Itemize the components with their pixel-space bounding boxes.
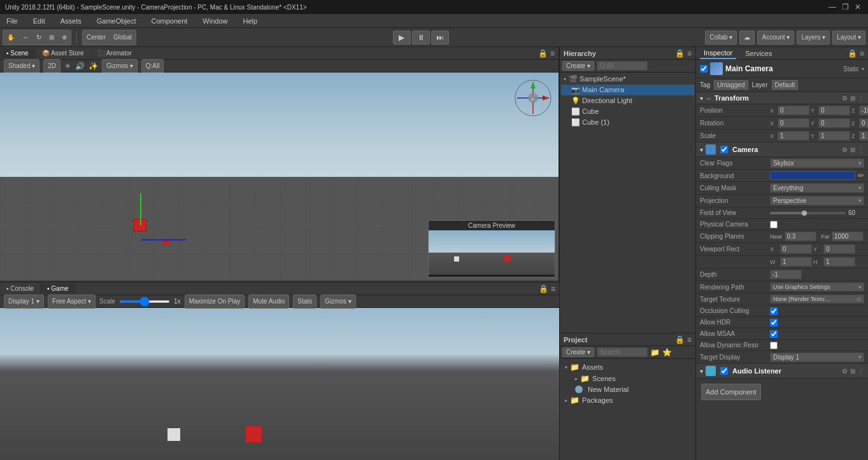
tag-dropdown[interactable]: Untagged bbox=[714, 80, 748, 90]
position-y[interactable] bbox=[818, 106, 850, 115]
hierarchy-lock[interactable]: 🔒 bbox=[675, 49, 685, 58]
camera-section-header[interactable]: ▾ Camera ⚙ ⊞ ⋮ bbox=[696, 143, 868, 157]
audio-icon[interactable]: 🔊 bbox=[75, 62, 85, 71]
stats-button[interactable]: Stats bbox=[293, 295, 317, 309]
inspector-menu[interactable]: ≡ bbox=[860, 49, 864, 58]
tab-game[interactable]: ▪ Game bbox=[41, 284, 76, 293]
add-component-button[interactable]: Add Component bbox=[701, 384, 761, 400]
target-texture-dropdown[interactable]: None (Render Textu… ⊙ bbox=[770, 295, 864, 303]
play-button[interactable]: ▶ bbox=[393, 31, 411, 45]
search-all[interactable]: Q:All bbox=[141, 59, 164, 73]
mute-audio[interactable]: Mute Audio bbox=[248, 295, 289, 309]
static-dropdown-icon[interactable]: ▾ bbox=[862, 66, 864, 72]
menu-component[interactable]: Component bbox=[147, 16, 191, 26]
scene-gizmo[interactable]: Y X bbox=[514, 79, 552, 117]
inspector-lock[interactable]: 🔒 bbox=[848, 49, 857, 58]
list-item[interactable]: ⬜ Cube bbox=[561, 106, 694, 117]
position-x[interactable] bbox=[778, 106, 809, 115]
allow-msaa-checkbox[interactable] bbox=[770, 330, 778, 338]
list-item[interactable]: ▾ 🎬 SampleScene* bbox=[561, 74, 694, 85]
tab-inspector[interactable]: Inspector bbox=[700, 48, 736, 59]
grid-icon[interactable]: ⊞ bbox=[850, 95, 855, 102]
rect-tool[interactable]: ⊕ bbox=[58, 31, 71, 45]
grid-icon[interactable]: ⊞ bbox=[850, 368, 855, 375]
window-controls[interactable]: — ❐ ✕ bbox=[827, 3, 863, 11]
fov-slider[interactable] bbox=[770, 212, 846, 214]
maximize-on-play[interactable]: Maximize On Play bbox=[185, 295, 245, 309]
game-lock-icon[interactable]: 🔒 bbox=[539, 284, 548, 293]
list-item[interactable]: ▸ 📁 Packages bbox=[562, 394, 693, 406]
pause-button[interactable]: ⏸ bbox=[412, 31, 430, 45]
projection-dropdown[interactable]: Perspective ▾ bbox=[770, 196, 864, 206]
project-star-icon[interactable]: ⭐ bbox=[662, 348, 672, 357]
game-settings-icon[interactable]: ≡ bbox=[551, 284, 555, 293]
settings-icon[interactable]: ⚙ bbox=[842, 95, 848, 102]
viewport-y[interactable] bbox=[823, 244, 855, 254]
near-input[interactable] bbox=[785, 232, 816, 241]
display-dropdown[interactable]: Display 1 ▾ bbox=[4, 295, 44, 309]
background-color-swatch[interactable] bbox=[770, 171, 855, 180]
audio-listener-active-checkbox[interactable] bbox=[720, 367, 728, 375]
game-gizmos[interactable]: Gizmos ▾ bbox=[320, 295, 356, 309]
list-item[interactable]: 💡 Directional Light bbox=[561, 95, 694, 106]
cloud-button[interactable]: ☁ bbox=[739, 31, 755, 45]
menu-file[interactable]: File bbox=[3, 16, 22, 26]
light-icon[interactable]: ☀ bbox=[64, 62, 71, 71]
project-folder-icon[interactable]: 📁 bbox=[650, 348, 660, 357]
hierarchy-search[interactable] bbox=[597, 61, 648, 71]
menu-window[interactable]: Window bbox=[199, 16, 231, 26]
step-button[interactable]: ⏭ bbox=[431, 31, 449, 45]
overflow-icon[interactable]: ⋮ bbox=[858, 368, 864, 375]
list-item[interactable]: New Material bbox=[562, 384, 693, 394]
scale-tool[interactable]: ⊞ bbox=[45, 31, 58, 45]
layout-dropdown[interactable]: Layout ▾ bbox=[832, 31, 865, 45]
tab-services[interactable]: Services bbox=[741, 48, 776, 59]
list-item[interactable]: 📷 Main Camera bbox=[561, 85, 694, 95]
audio-listener-section-header[interactable]: ▾ Audio Listener ⚙ ⊞ ⋮ bbox=[696, 364, 868, 379]
move-tool[interactable]: ↔ bbox=[18, 31, 32, 45]
viewport-h[interactable] bbox=[823, 257, 855, 267]
settings-icon[interactable]: ⚙ bbox=[842, 146, 848, 153]
fx-icon[interactable]: ✨ bbox=[89, 62, 98, 71]
menu-gameobject[interactable]: GameObject bbox=[93, 16, 140, 26]
target-display-dropdown[interactable]: Display 1 ▾ bbox=[770, 352, 864, 362]
grid-icon[interactable]: ⊞ bbox=[850, 146, 855, 153]
shaded-dropdown[interactable]: Shaded ▾ bbox=[4, 59, 39, 73]
scale-z[interactable] bbox=[859, 131, 868, 141]
rotation-z[interactable] bbox=[859, 118, 868, 128]
overflow-icon[interactable]: ⋮ bbox=[858, 95, 864, 102]
active-checkbox[interactable] bbox=[700, 65, 708, 73]
tab-console[interactable]: ▪ Console bbox=[0, 284, 41, 293]
project-menu[interactable]: ≡ bbox=[687, 335, 692, 344]
account-dropdown[interactable]: Account ▾ bbox=[757, 31, 794, 45]
tab-animator[interactable]: ⬛ Animator bbox=[91, 48, 139, 58]
project-create[interactable]: Create ▾ bbox=[562, 347, 594, 357]
hand-tool[interactable]: ✋ bbox=[3, 31, 18, 45]
pencil-icon[interactable]: ✏ bbox=[858, 171, 864, 180]
scale-x[interactable] bbox=[778, 131, 809, 141]
collab-button[interactable]: Collab ▾ bbox=[705, 31, 737, 45]
menu-assets[interactable]: Assets bbox=[57, 16, 85, 26]
rendering-path-dropdown[interactable]: Use Graphics Settings ▾ bbox=[770, 282, 864, 291]
tab-asset-store[interactable]: 📦 Asset Store bbox=[36, 48, 91, 58]
scale-y[interactable] bbox=[818, 131, 850, 141]
position-z[interactable] bbox=[859, 106, 868, 115]
camera-active-checkbox[interactable] bbox=[720, 146, 728, 153]
gizmos-dropdown[interactable]: Gizmos ▾ bbox=[102, 59, 138, 73]
maximize-button[interactable]: ❐ bbox=[840, 3, 850, 11]
2d-button[interactable]: 2D bbox=[43, 59, 60, 73]
menu-help[interactable]: Help bbox=[239, 16, 261, 26]
rotation-y[interactable] bbox=[818, 118, 850, 128]
occlusion-culling-checkbox[interactable] bbox=[770, 307, 778, 315]
settings-icon[interactable]: ⚙ bbox=[842, 368, 848, 375]
rotation-x[interactable] bbox=[778, 118, 809, 128]
allow-dynamic-reso-checkbox[interactable] bbox=[770, 342, 778, 349]
global-button[interactable]: Global bbox=[110, 31, 136, 45]
transform-section-header[interactable]: ▾ ↔ Transform ⚙ ⊞ ⋮ bbox=[696, 92, 868, 104]
culling-mask-dropdown[interactable]: Everything ▾ bbox=[770, 183, 864, 193]
aspect-dropdown[interactable]: Free Aspect ▾ bbox=[48, 295, 96, 309]
rotate-tool[interactable]: ↻ bbox=[32, 31, 45, 45]
scene-canvas[interactable]: Y X Persp Camera Preview bbox=[0, 73, 559, 281]
list-item[interactable]: ▸ 📁 Scenes bbox=[562, 373, 693, 384]
minimize-button[interactable]: — bbox=[827, 3, 837, 11]
